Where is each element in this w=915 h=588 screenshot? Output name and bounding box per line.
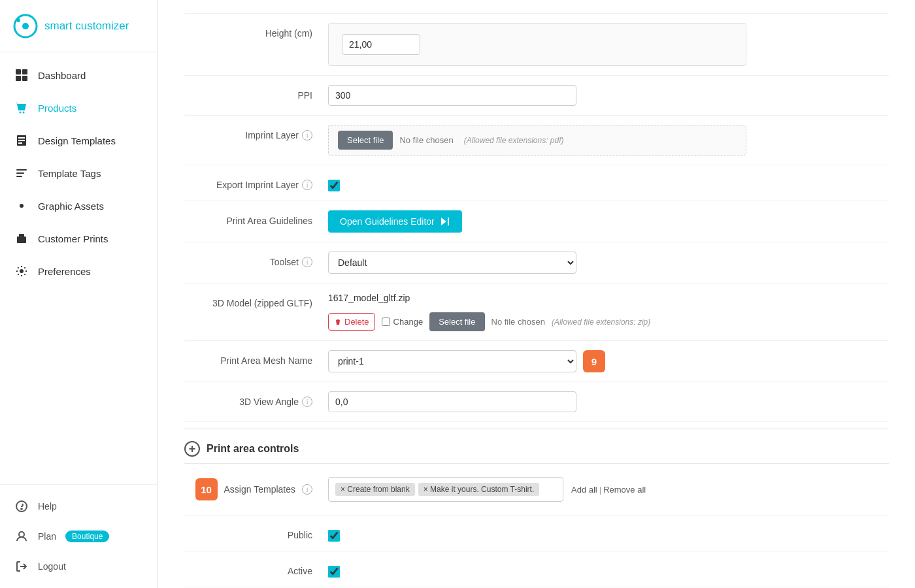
height-input[interactable]: 21,00 — [342, 34, 420, 55]
height-row: Height (cm) 21,00 — [184, 13, 889, 76]
svg-point-2 — [16, 18, 20, 22]
template-tag-1[interactable]: × Create from blank — [335, 483, 415, 496]
sidebar-item-dashboard[interactable]: Dashboard — [0, 59, 158, 91]
public-row: Public — [184, 515, 889, 551]
mesh-name-label: Print Area Mesh Name — [184, 350, 328, 366]
export-imprint-info-icon: i — [302, 180, 312, 190]
imprint-layer-row: Imprint Layer i Select file No file chos… — [184, 116, 889, 165]
sidebar-item-design-templates-label: Design Templates — [38, 135, 116, 146]
svg-rect-3 — [16, 69, 21, 74]
template-tags-input[interactable]: × Create from blank × Make it yours. Cus… — [328, 477, 563, 502]
mesh-name-control: print-1 9 — [328, 350, 889, 372]
export-imprint-checkbox[interactable] — [328, 180, 340, 191]
print-area-controls-label: Print area controls — [207, 443, 299, 455]
model-no-file: No file chosen — [491, 317, 545, 327]
print-area-guidelines-control: Open Guidelines Editor — [328, 210, 889, 233]
model-row: 3D Model (zipped GLTF) 1617_model_gltf.z… — [184, 284, 889, 341]
template-tags-icon — [14, 166, 29, 180]
imprint-layer-allowed: (Allowed file extensions: pdf) — [464, 136, 564, 145]
public-label: Public — [184, 525, 328, 540]
svg-point-8 — [23, 112, 25, 114]
logo-text: smart customizer — [44, 20, 129, 33]
public-control — [328, 525, 889, 542]
print-area-guidelines-row: Print Area Guidelines Open Guidelines Ed… — [184, 201, 889, 242]
svg-rect-12 — [19, 241, 22, 242]
imprint-layer-info-icon: i — [302, 130, 312, 140]
sidebar-item-graphic-assets-label: Graphic Assets — [38, 201, 104, 212]
toolset-label: Toolset i — [184, 252, 328, 267]
svg-point-1 — [22, 23, 29, 29]
model-change-label[interactable]: Change — [382, 317, 424, 327]
sidebar-item-design-templates[interactable]: Design Templates — [0, 124, 158, 157]
mesh-badge: 9 — [583, 350, 605, 372]
ppi-row: PPI — [184, 76, 889, 116]
model-change-checkbox[interactable] — [382, 318, 390, 326]
height-label: Height (cm) — [184, 23, 328, 39]
svg-rect-11 — [19, 239, 24, 240]
remove-all-link[interactable]: Remove all — [603, 485, 646, 495]
mesh-row-inner: print-1 9 — [328, 350, 605, 372]
model-label: 3D Model (zipped GLTF) — [184, 293, 328, 308]
sidebar: smart customizer Dashboard Products Desi… — [0, 0, 158, 588]
sidebar-item-customer-prints[interactable]: Customer Prints — [0, 222, 158, 255]
imprint-layer-select-file-button[interactable]: Select file — [338, 131, 393, 150]
model-actions: Delete Change Select file No file chosen… — [328, 312, 650, 331]
main-content: Height (cm) 21,00 PPI Imprint Layer i — [158, 0, 915, 588]
guidelines-icon — [440, 216, 450, 227]
export-imprint-control — [328, 174, 889, 191]
toolset-control: Default Custom — [328, 252, 889, 274]
svg-rect-4 — [22, 69, 27, 74]
ppi-input[interactable] — [328, 85, 576, 106]
plan-badge: Boutique — [65, 531, 109, 542]
print-area-controls-section: + Print area controls — [184, 429, 889, 463]
assign-templates-control: × Create from blank × Make it yours. Cus… — [328, 477, 889, 502]
plan-item[interactable]: Plan Boutique — [0, 521, 158, 551]
active-checkbox[interactable] — [328, 566, 340, 578]
active-label: Active — [184, 561, 328, 576]
content-area: Height (cm) 21,00 PPI Imprint Layer i — [158, 0, 915, 588]
sidebar-item-graphic-assets[interactable]: Graphic Assets — [0, 189, 158, 222]
public-checkbox[interactable] — [328, 530, 340, 542]
plan-icon — [14, 529, 29, 544]
view-angle-info-icon: i — [302, 397, 312, 407]
help-item[interactable]: Help — [0, 491, 158, 521]
preferences-icon — [14, 264, 29, 278]
logout-icon — [14, 559, 29, 574]
delete-icon — [334, 318, 342, 326]
active-control — [328, 561, 889, 578]
sidebar-item-customer-prints-label: Customer Prints — [38, 233, 108, 244]
export-imprint-label: Export Imprint Layer i — [184, 174, 328, 190]
design-templates-icon — [14, 133, 29, 148]
add-remove-links: Add all | Remove all — [571, 485, 646, 495]
model-select-file-button[interactable]: Select file — [429, 312, 484, 331]
help-label: Help — [38, 501, 57, 512]
sidebar-item-preferences-label: Preferences — [38, 266, 91, 277]
logout-item[interactable]: Logout — [0, 551, 158, 581]
logout-label: Logout — [38, 561, 66, 572]
plan-label: Plan — [38, 531, 56, 542]
imprint-layer-no-file: No file chosen — [399, 135, 453, 145]
view-angle-row: 3D View Angle i — [184, 382, 889, 422]
sidebar-footer: Help Plan Boutique Logout — [0, 484, 158, 588]
svg-point-16 — [19, 532, 24, 537]
section-add-icon[interactable]: + — [184, 441, 200, 457]
view-angle-input[interactable] — [328, 391, 576, 412]
mesh-name-row: Print Area Mesh Name print-1 9 — [184, 341, 889, 382]
imprint-layer-control: Select file No file chosen (Allowed file… — [328, 125, 889, 155]
sidebar-item-preferences[interactable]: Preferences — [0, 255, 158, 287]
sidebar-item-products[interactable]: Products — [0, 91, 158, 124]
add-all-link[interactable]: Add all — [571, 485, 597, 495]
print-area-guidelines-label: Print Area Guidelines — [184, 210, 328, 226]
model-delete-button[interactable]: Delete — [328, 313, 375, 331]
assign-templates-info-icon: i — [302, 484, 312, 495]
sidebar-item-products-label: Products — [38, 103, 76, 114]
toolset-select[interactable]: Default Custom — [328, 252, 576, 274]
dashboard-icon — [14, 68, 29, 82]
svg-point-15 — [21, 508, 22, 510]
toolset-row: Toolset i Default Custom — [184, 242, 889, 284]
sidebar-item-template-tags[interactable]: Template Tags — [0, 157, 158, 189]
mesh-name-select[interactable]: print-1 — [328, 350, 576, 372]
logo-area: smart customizer — [0, 0, 158, 52]
open-guidelines-editor-button[interactable]: Open Guidelines Editor — [328, 210, 462, 233]
template-tag-2[interactable]: × Make it yours. Custom T-shirt. — [418, 483, 540, 496]
